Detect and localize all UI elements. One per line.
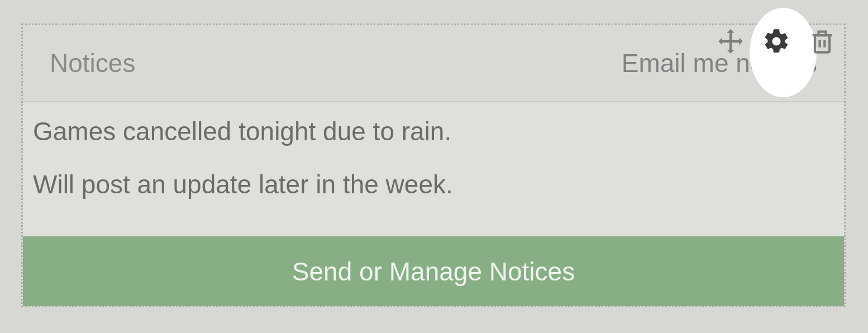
notices-widget: Notices Email me notices Games cancelled…	[21, 23, 846, 307]
trash-icon[interactable]	[808, 27, 837, 56]
move-icon[interactable]	[716, 27, 745, 56]
send-or-manage-notices-button[interactable]: Send or Manage Notices	[23, 236, 844, 306]
widget-title: Notices	[50, 48, 135, 78]
widget-body: Games cancelled tonight due to rain. Wil…	[23, 102, 844, 236]
notice-text: Will post an update later in the week.	[33, 170, 834, 199]
notice-text: Games cancelled tonight due to rain.	[33, 117, 834, 146]
gear-icon[interactable]	[762, 27, 791, 56]
widget-toolbar	[716, 27, 837, 56]
